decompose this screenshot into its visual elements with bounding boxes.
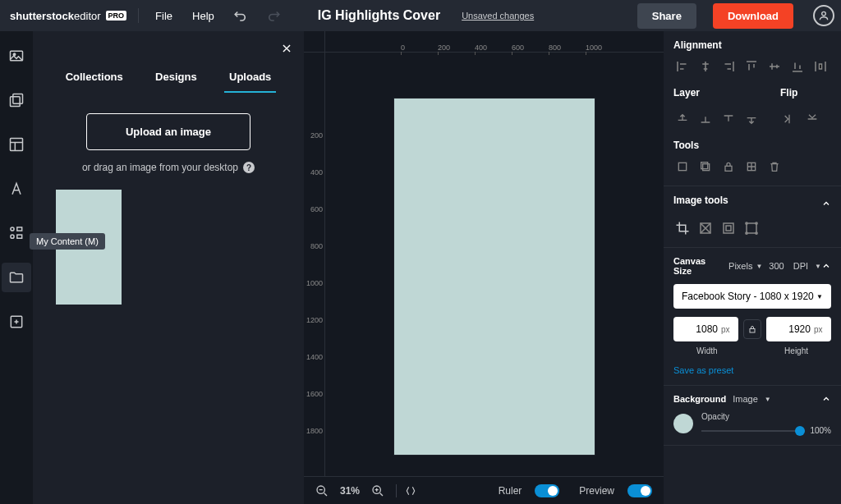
dpi-select[interactable]: 300 DPI▼ [769,261,821,271]
chevron-up-icon[interactable] [821,394,831,404]
background-title: Background [673,394,726,404]
width-input[interactable]: px [673,317,738,341]
background-mode-select[interactable]: Image▼ [733,394,771,404]
svg-rect-26 [750,329,755,333]
opacity-value: 100% [810,426,831,435]
flip-v-button[interactable] [803,110,821,128]
svg-point-22 [746,222,747,224]
align-top-button[interactable] [742,57,761,76]
rail-elements[interactable] [2,218,31,248]
unit-label: px [814,325,823,334]
save-preset-link[interactable]: Save as preset [673,365,831,375]
account-button[interactable] [813,5,834,26]
filter-tool-button[interactable] [696,219,715,237]
svg-rect-20 [726,226,731,231]
width-field[interactable] [678,323,718,335]
aspect-lock-button[interactable] [743,319,761,339]
artboard[interactable] [394,99,595,455]
menu-file[interactable]: File [150,7,177,25]
align-right-button[interactable] [719,57,738,76]
rail-images[interactable] [2,41,31,71]
height-label: Height [784,346,808,355]
align-center-h-button[interactable] [696,57,715,76]
layer-backward-button[interactable] [719,110,738,128]
bottom-bar: 31% Ruler Preview [304,476,664,504]
layer-front-button[interactable] [673,110,692,128]
height-field[interactable] [771,323,811,335]
menu-help[interactable]: Help [187,7,219,25]
svg-rect-7 [17,227,22,231]
preview-toggle[interactable] [627,484,652,497]
ruler-vertical[interactable]: 200 400 600 800 1000 1200 1400 1600 1800 [304,53,325,476]
svg-rect-13 [678,163,686,170]
document-title[interactable]: IG Highlights Cover [318,8,440,23]
align-bottom-button[interactable] [788,57,807,76]
tool-copy-button[interactable] [696,158,715,176]
ruler-tick: 800 [549,44,561,52]
upload-image-button[interactable]: Upload an image [86,113,250,150]
opacity-slider[interactable] [701,430,805,432]
rail-text[interactable] [2,174,31,204]
panel-tabs: Collections Designs Uploads [49,62,287,94]
share-button[interactable]: Share [637,3,696,29]
unsaved-status[interactable]: Unsaved changes [462,11,534,21]
canvas-stage[interactable] [325,53,664,476]
zoom-in-button[interactable] [371,484,384,497]
panel-close-button[interactable] [281,43,292,54]
slider-thumb[interactable] [795,426,805,436]
width-label: Width [696,346,718,355]
tool-delete-button[interactable] [765,158,784,176]
svg-rect-5 [11,139,23,151]
fit-button[interactable] [405,485,416,497]
align-center-v-button[interactable] [765,57,784,76]
drag-hint-text: or drag an image from your desktop [82,162,238,173]
tool-lock-button[interactable] [719,158,738,176]
background-swatch[interactable] [673,414,693,433]
tab-uploads[interactable]: Uploads [224,62,276,93]
rail-shapes[interactable] [2,85,31,115]
svg-point-25 [756,232,757,234]
canvas-size-title: Canvas Size [673,256,722,276]
zoom-value[interactable]: 31% [340,485,360,497]
help-icon[interactable]: ? [243,162,255,173]
ruler-tick: 1400 [306,353,323,361]
ruler-toggle[interactable] [535,484,559,497]
tool-crop-button[interactable] [673,158,692,176]
main-layout: My Content (M) Collections Designs Uploa… [0,31,841,504]
zoom-out-button[interactable] [315,484,329,497]
canvas-preset-select[interactable]: Facebook Story - 1080 x 1920 ▼ [673,284,831,309]
tool-duplicate-button[interactable] [742,158,761,176]
svg-point-6 [11,227,14,231]
redo-button[interactable] [262,4,285,27]
crop-tool-button[interactable] [673,219,692,237]
frame-tool-button[interactable] [719,219,738,237]
rail-my-content[interactable] [2,263,31,292]
tab-collections[interactable]: Collections [61,62,128,93]
chevron-up-icon[interactable] [821,199,831,208]
layer-back-button[interactable] [742,110,761,128]
svg-point-24 [746,232,747,234]
resize-tool-button[interactable] [742,219,761,237]
uploads-panel: Collections Designs Uploads Upload an im… [33,31,304,504]
layer-forward-button[interactable] [696,110,715,128]
rail-templates[interactable] [2,130,31,159]
opacity-label: Opacity [701,412,831,421]
height-input[interactable]: px [766,317,831,341]
distribute-button[interactable] [811,57,830,76]
ruler-horizontal[interactable]: 0 200 400 600 800 1000 [325,31,664,53]
layer-title: Layer [673,87,761,99]
unit-select[interactable]: Pixels▼ [728,261,762,271]
ruler-tick: 400 [310,168,323,176]
section-alignment: Alignment Layer [664,31,841,186]
tab-designs[interactable]: Designs [150,62,202,93]
brand-sub: editor [74,10,101,22]
svg-rect-21 [747,223,756,233]
rail-add-page[interactable] [2,307,31,337]
unit-label: px [721,325,730,334]
flip-h-button[interactable] [780,110,798,128]
ruler-tick: 1600 [306,390,323,398]
undo-button[interactable] [229,4,252,27]
download-button[interactable]: Download [713,3,793,29]
chevron-up-icon[interactable] [821,261,831,271]
align-left-button[interactable] [673,57,692,76]
